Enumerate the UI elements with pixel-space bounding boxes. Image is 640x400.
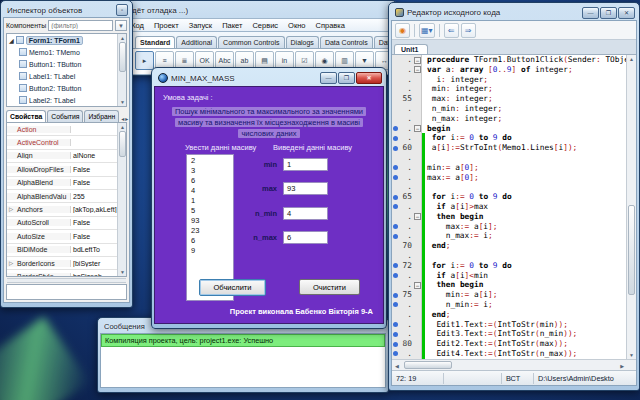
fold-icon[interactable]: − [414,213,421,220]
app-minimize-button[interactable]: — [320,72,337,84]
menu-item-5[interactable]: Проект [149,21,184,30]
tree-item-2[interactable]: Button1: TButton [7,58,126,70]
property-row[interactable]: AutoSizeFalse [7,230,126,243]
code-line[interactable]: min: integer; [427,84,626,94]
tab-unit1[interactable]: Unit1 [394,44,428,54]
tree-item-4[interactable]: Button2: TButton [7,82,126,94]
fold-icon[interactable]: − [414,282,421,289]
gutter-line[interactable]: . [392,349,421,359]
gutter-line[interactable]: . [392,84,421,94]
code-line[interactable]: if a[i]>max [427,202,626,212]
n_max-edit[interactable]: 6 [283,231,328,244]
editor-close-button[interactable]: ✕ [618,7,635,19]
code-line[interactable]: procedure TForm1.Button1Click(Sender: TO… [427,55,626,65]
gutter-line[interactable]: . [392,75,421,85]
code-area[interactable]: procedure TForm1.Button1Click(Sender: TO… [422,55,626,359]
palette-tab-3[interactable]: Dialogs [286,36,319,48]
min-edit[interactable]: 1 [283,158,328,171]
property-row[interactable]: BiDiModebdLeftTo [7,244,126,257]
navigate-back-icon[interactable]: ⇐ [444,23,459,38]
menu-item-6[interactable]: Запуск [184,21,217,30]
calculate-button[interactable]: Обчислити [199,279,266,296]
gutter-line[interactable]: . [392,320,421,330]
property-row[interactable]: Action [7,123,126,136]
n_min-edit[interactable]: 4 [283,207,328,220]
gutter-line[interactable]: 75 [392,290,421,300]
code-line[interactable] [427,153,626,163]
property-row[interactable]: AllowDropFilesFalse [7,163,126,176]
gutter-line[interactable]: 60 [392,143,421,153]
navigate-forward-icon[interactable]: ⇒ [461,23,476,38]
gutter-line[interactable]: . [392,329,421,339]
messages-list[interactable]: Компиляция проекта, цель: project1.exe: … [100,333,386,388]
gutter-line[interactable]: . [392,114,421,124]
code-line[interactable]: Edit3.Text:=(IntToStr(n_min)); [427,329,626,339]
max-edit[interactable]: 93 [283,182,328,195]
app-maximize-button[interactable]: ❐ [338,72,355,84]
inspector-tab-1[interactable]: События [47,110,83,122]
code-line[interactable]: min:= a[0]; [427,163,626,173]
component-filter-input[interactable] [48,20,113,31]
gutter-line[interactable]: . [392,104,421,114]
code-line[interactable]: then begin [427,212,626,222]
code-line[interactable]: Edit2.Text:=(IntToStr(max)); [427,339,626,349]
inspector-splitter[interactable] [7,278,126,283]
code-line[interactable]: min:= a[i]; [427,290,626,300]
code-line[interactable]: end; [427,310,626,320]
gutter-line[interactable]: . [392,202,421,212]
code-browser-icon[interactable]: ▦▾ [419,23,435,38]
palette-tab-0[interactable]: Standard [135,36,175,48]
code-line[interactable]: for i:= 0 to 9 do [427,192,626,202]
code-line[interactable]: a[i]:=StrToInt(Memo1.Lines[i]); [427,143,626,153]
gutter-line[interactable]: . [392,310,421,320]
tree-item-5[interactable]: Label2: TLabel [7,94,126,106]
editor-vertical-scrollbar[interactable]: ▲ ▼ [626,55,636,359]
gutter-line[interactable]: . [392,182,421,192]
jump-to-icon[interactable]: ◉ [395,23,410,38]
code-line[interactable]: n_min:= i; [427,300,626,310]
inspector-dock-button[interactable]: ▫ [116,4,128,16]
gutter-line[interactable]: .− [392,280,421,290]
menu-item-7[interactable]: Пакет [217,21,247,30]
gutter-line[interactable]: . [392,153,421,163]
code-line[interactable]: max:= a[0]; [427,173,626,183]
gutter-line[interactable]: .− [392,124,421,134]
gutter-line[interactable]: 72 [392,261,421,271]
code-line[interactable]: i: integer; [427,75,626,85]
inspector-titlebar[interactable]: Инспектор объектов ▫ [3,3,130,17]
inspector-tab-0[interactable]: Свойства [6,110,46,122]
property-row[interactable]: AutoScrollFalse [7,217,126,230]
editor-gutter[interactable]: .−.−..55...−.60....65..−..70.72..−75....… [392,55,422,359]
gutter-line[interactable]: . [392,251,421,261]
filter-icon[interactable]: ▼ [115,20,127,31]
tab-scroll-left-icon[interactable]: ◂ [121,115,124,122]
property-row[interactable]: BorderStylebsSizeab [7,270,126,277]
editor-titlebar[interactable]: Редактор исходного кода — ❐ ✕ [391,5,637,20]
inspector-tab-2[interactable]: Избранн [84,110,119,122]
property-row[interactable]: AlphaBlendValu255 [7,190,126,203]
gutter-line[interactable]: . [392,271,421,281]
gutter-line[interactable]: . [392,173,421,183]
app-titlebar[interactable]: MIN_MAX_MASS — ❐ ✕ [154,70,384,86]
gutter-line[interactable]: . [392,163,421,173]
property-row[interactable]: ActiveControl [7,136,126,149]
property-row[interactable]: ▷Anchors[akTop,akLeft] [7,203,126,216]
fold-icon[interactable]: − [414,66,421,73]
tree-item-0[interactable]: ◢Form1: TForm1 [7,34,126,46]
menu-item-10[interactable]: Справка [311,21,350,30]
editor-minimize-button[interactable]: — [582,7,599,19]
property-row[interactable]: ▷BorderIcons[biSyster [7,257,126,270]
code-line[interactable]: Edit4.Text:=(IntToStr(n_max)); [427,349,626,359]
gutter-line[interactable]: 55 [392,94,421,104]
code-line[interactable]: for i:= 0 to 9 do [427,261,626,271]
gutter-line[interactable]: 70 [392,241,421,251]
menu-item-8[interactable]: Сервис [247,21,283,30]
clear-button[interactable]: Очистити [299,279,360,295]
code-line[interactable] [427,182,626,192]
component-tree[interactable]: ◢Form1: TForm1Memo1: TMemoButton1: TButt… [6,33,127,107]
palette-tab-1[interactable]: Additional [176,36,217,48]
code-line[interactable]: end; [427,241,626,251]
code-line[interactable]: n_max:= i; [427,231,626,241]
tree-scrollbar[interactable]: ▲ ▼ [117,34,126,106]
grid-scrollbar[interactable]: ▲ ▼ [117,123,126,276]
